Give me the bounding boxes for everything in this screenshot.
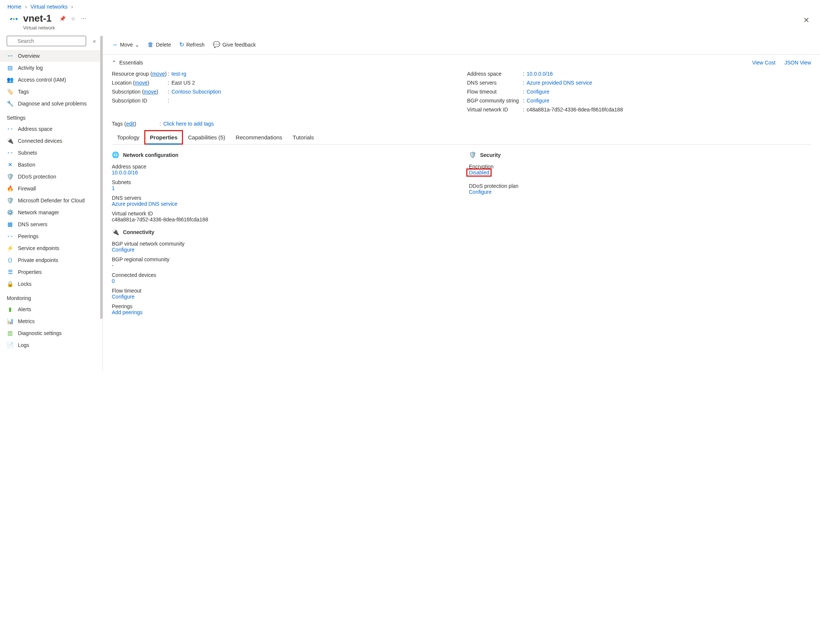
sidebar-item-netmgr[interactable]: ⚙️Network manager — [0, 207, 103, 218]
page-title: vnet-1 — [23, 13, 52, 24]
sidebar-item-peerings[interactable]: Peerings — [0, 230, 103, 242]
addr-value-link[interactable]: 10.0.0.0/16 — [527, 71, 553, 77]
svg-point-0 — [13, 18, 15, 20]
prop-dns-value[interactable]: Azure provided DNS service — [112, 201, 454, 207]
prop-subnets-label: Subnets — [112, 179, 454, 185]
alerts-icon: ▮ — [7, 306, 14, 313]
prop-flow-value[interactable]: Configure — [112, 294, 454, 300]
move-sub-link[interactable]: move — [144, 89, 156, 95]
delete-button[interactable]: 🗑Delete — [148, 41, 171, 48]
sidebar-item-firewall[interactable]: 🔥Firewall — [0, 182, 103, 195]
prop-addr-value[interactable]: 10.0.0.0/16 — [112, 170, 454, 176]
private-icon: ⟨⟩ — [7, 257, 14, 264]
prop-dns-label: DNS servers — [112, 195, 454, 201]
sidebar-item-properties[interactable]: ☰Properties — [0, 266, 103, 278]
rg-value-link[interactable]: test-rg — [172, 71, 186, 77]
arrow-right-icon: → — [112, 41, 118, 48]
tab-topology[interactable]: Topology — [112, 130, 145, 144]
dns-icon: ▦ — [7, 221, 14, 228]
chevron-down-icon: ⌄ — [135, 42, 139, 48]
view-cost-link[interactable]: View Cost — [752, 60, 776, 66]
move-button[interactable]: →Move ⌄ — [112, 41, 139, 48]
location-value: East US 2 — [172, 80, 456, 86]
sidebar-item-alerts[interactable]: ▮Alerts — [0, 304, 103, 315]
section-connectivity: Connectivity — [123, 229, 154, 235]
sidebar-item-logs[interactable]: 📄Logs — [0, 339, 103, 351]
sidebar-item-activity[interactable]: ▤Activity log — [0, 62, 103, 74]
sidebar-item-diagnose[interactable]: 🔧Diagnose and solve problems — [0, 98, 103, 110]
logs-icon: 📄 — [7, 342, 14, 348]
tab-properties[interactable]: Properties — [145, 130, 182, 144]
sidebar-item-bastion[interactable]: ✕Bastion — [0, 159, 103, 171]
sidebar-item-overview[interactable]: Overview — [0, 50, 103, 62]
essentials-toggle[interactable]: ⌃Essentials — [112, 60, 143, 66]
close-button[interactable]: ✕ — [800, 13, 812, 28]
json-view-link[interactable]: JSON View — [785, 60, 811, 66]
prop-peer-value[interactable]: Add peerings — [112, 309, 454, 315]
page-header: vnet-1 📌 ☆ ⋯ Virtual network ✕ — [0, 11, 820, 36]
prop-ddos-value[interactable]: Configure — [469, 189, 811, 195]
peerings-icon — [7, 233, 14, 240]
sidebar-item-metrics[interactable]: 📊Metrics — [0, 315, 103, 327]
sidebar-item-connected-devices[interactable]: 🔌Connected devices — [0, 135, 103, 147]
subnets-icon — [7, 149, 14, 156]
scrollbar[interactable] — [100, 36, 103, 319]
dns-value-link[interactable]: Azure provided DNS service — [527, 80, 592, 86]
star-icon[interactable]: ☆ — [71, 16, 76, 21]
move-loc-link[interactable]: move — [135, 80, 148, 86]
prop-subnets-value[interactable]: 1 — [112, 185, 454, 191]
prop-peer-label: Peerings — [112, 304, 454, 309]
sidebar-item-iam[interactable]: 👥Access control (IAM) — [0, 74, 103, 86]
plug-icon: 🔌 — [7, 138, 14, 144]
breadcrumb-vnets[interactable]: Virtual networks — [31, 4, 67, 10]
metrics-icon: 📊 — [7, 318, 14, 325]
tab-capabilities[interactable]: Capabilities (5) — [182, 130, 230, 144]
tabs: Topology Properties Capabilities (5) Rec… — [112, 130, 811, 145]
sidebar-item-ddos[interactable]: 🛡️DDoS protection — [0, 171, 103, 182]
breadcrumb-home[interactable]: Home — [8, 4, 21, 10]
prop-conndev-value[interactable]: 0 — [112, 278, 454, 284]
prop-vnetid-label: Virtual network ID — [112, 210, 454, 216]
add-tags-link[interactable]: Click here to add tags — [163, 121, 213, 127]
wrench-icon: 🔧 — [7, 100, 14, 107]
sidebar-item-privendpoints[interactable]: ⟨⟩Private endpoints — [0, 254, 103, 266]
refresh-button[interactable]: ↻Refresh — [179, 41, 205, 48]
connectivity-icon: 🔌 — [112, 228, 119, 236]
prop-bgpvnet-value[interactable]: Configure — [112, 247, 454, 253]
network-icon: 🌐 — [112, 151, 119, 158]
sidebar-item-subnets[interactable]: Subnets — [0, 147, 103, 159]
page-subtitle: Virtual network — [23, 25, 86, 31]
collapse-sidebar-icon[interactable]: « — [93, 38, 96, 44]
sidebar-item-locks[interactable]: 🔒Locks — [0, 278, 103, 290]
prop-ddos-label: DDoS protection plan — [469, 183, 811, 189]
sidebar: 🔍 « Overview ▤Activity log 👥Access contr… — [0, 36, 103, 371]
vnetid-value: c48a881a-7d52-4336-8dea-f8616fcda188 — [527, 107, 811, 113]
sidebar-item-dns[interactable]: ▦DNS servers — [0, 218, 103, 230]
shield-icon: 🛡️ — [7, 173, 14, 180]
diag-icon: ▥ — [7, 330, 14, 337]
subid-value — [172, 98, 456, 104]
tab-tutorials[interactable]: Tutorials — [287, 130, 319, 144]
lock-icon: 🔒 — [7, 281, 14, 287]
flow-configure-link[interactable]: Configure — [527, 89, 549, 95]
sidebar-item-svcendpoints[interactable]: ⚡Service endpoints — [0, 242, 103, 254]
log-icon: ▤ — [7, 64, 14, 71]
sub-value-link[interactable]: Contoso Subscription — [172, 89, 221, 95]
prop-addr-label: Address space — [112, 164, 454, 170]
pin-icon[interactable]: 📌 — [59, 16, 66, 21]
prop-enc-value[interactable]: Disabled — [467, 170, 490, 176]
tab-recommendations[interactable]: Recommendations — [230, 130, 287, 144]
edit-tags-link[interactable]: edit — [126, 121, 135, 127]
sidebar-item-diagsettings[interactable]: ▥Diagnostic settings — [0, 327, 103, 339]
search-input[interactable] — [7, 36, 86, 46]
sidebar-item-address-space[interactable]: Address space — [0, 123, 103, 135]
feedback-button[interactable]: 💬Give feedback — [213, 41, 256, 48]
sidebar-item-defender[interactable]: 🛡️Microsoft Defender for Cloud — [0, 195, 103, 207]
people-icon: 👥 — [7, 77, 14, 83]
prop-conndev-label: Connected devices — [112, 272, 454, 278]
refresh-icon: ↻ — [179, 41, 184, 48]
bgp-configure-link[interactable]: Configure — [527, 98, 549, 104]
more-icon[interactable]: ⋯ — [81, 16, 86, 21]
sidebar-item-tags[interactable]: 🏷️Tags — [0, 86, 103, 98]
move-rg-link[interactable]: move — [152, 71, 165, 77]
